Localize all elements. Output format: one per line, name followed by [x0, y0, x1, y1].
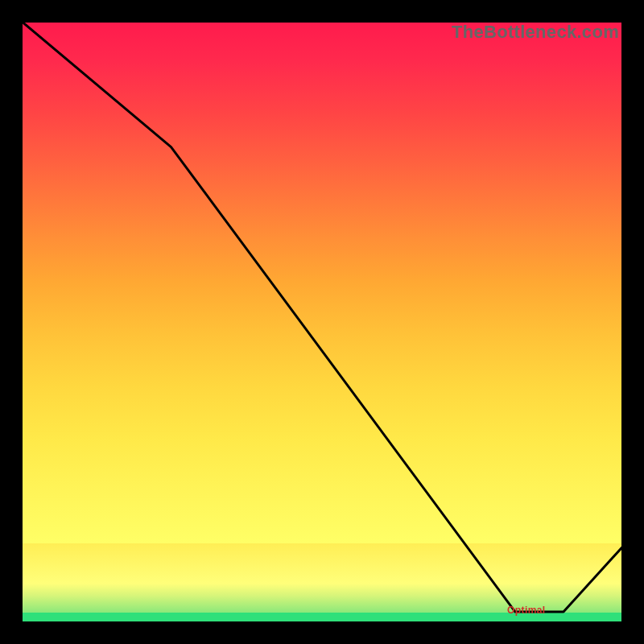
bottleneck-curve [20, 20, 624, 624]
chart-frame: TheBottleneck.com Optimal [18, 18, 626, 626]
watermark: TheBottleneck.com [452, 22, 619, 43]
optimal-label: Optimal [507, 605, 545, 616]
